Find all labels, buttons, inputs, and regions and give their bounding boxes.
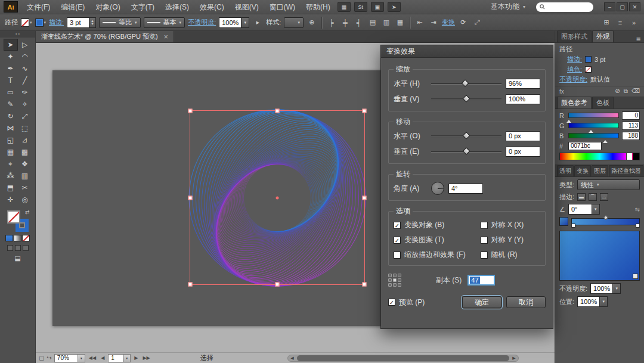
scroll-left-icon[interactable]: ◀	[288, 356, 296, 361]
align-center-icon[interactable]: ╪	[340, 17, 351, 28]
slice-tool[interactable]: ✂	[18, 182, 32, 194]
direct-selection-tool[interactable]: ▷	[18, 39, 32, 51]
angle-field[interactable]: 4°	[448, 184, 483, 194]
line-segment-tool[interactable]: ╱	[18, 75, 32, 86]
align-right-icon[interactable]: ╡	[354, 17, 364, 28]
selection-handle[interactable]	[275, 283, 280, 287]
tab-layers[interactable]: 图层	[592, 165, 608, 176]
red-value-field[interactable]: 0	[622, 111, 640, 120]
fill-none-swatch[interactable]	[585, 66, 592, 73]
width-profile-dropdown[interactable]: 等比	[99, 17, 141, 28]
close-button[interactable]: ✕	[629, 2, 640, 11]
artboard-caret-icon[interactable]	[123, 354, 131, 362]
selection-tool[interactable]: ➤	[4, 39, 18, 51]
rotate-icon[interactable]: ⟳	[458, 17, 469, 28]
reflect-y-checkbox[interactable]: 对称 Y (Y)	[481, 235, 540, 245]
hex-value-field[interactable]: 0071bc	[568, 142, 602, 150]
hand-tool[interactable]: ✛	[4, 194, 18, 206]
scale-strokes-effects-checkbox[interactable]: 缩放描边和效果 (F)	[394, 250, 481, 260]
gradient-slider[interactable]	[571, 218, 640, 225]
draw-inside-button[interactable]	[23, 245, 29, 251]
fill-attr-link[interactable]: 填色:	[567, 65, 582, 74]
stock-icon[interactable]: St	[354, 2, 367, 12]
gradient-location-dropdown[interactable]: 100%	[577, 296, 608, 307]
black-swatch[interactable]	[633, 153, 639, 160]
copies-field[interactable]: 47	[467, 275, 495, 286]
tools-panel-header[interactable]	[0, 31, 35, 38]
angle-dial[interactable]	[431, 182, 444, 195]
zoom-dropdown[interactable]: 70%	[54, 354, 85, 362]
stroke-attr-link[interactable]: 描边:	[567, 55, 582, 64]
tab-close-icon[interactable]: ×	[164, 33, 168, 41]
last-artboard-button[interactable]: ▶▶	[141, 355, 151, 361]
appearance-fill-row[interactable]: 填色:	[555, 64, 644, 75]
opacity-link[interactable]: 不透明度:	[188, 18, 216, 27]
checkbox-box[interactable]	[481, 222, 488, 229]
panel-menu-icon[interactable]: ≣	[633, 36, 644, 42]
gradient-stop-right[interactable]	[636, 224, 640, 228]
screen-mode-button[interactable]: ⬓	[14, 255, 20, 262]
color-spectrum-bar[interactable]	[559, 153, 640, 160]
draw-behind-button[interactable]	[15, 245, 21, 251]
color-mode-button[interactable]	[5, 235, 13, 241]
gradient-mode-button[interactable]	[14, 235, 21, 241]
angle-dropdown[interactable]: 0°	[568, 204, 600, 215]
selection-handle[interactable]	[188, 109, 193, 113]
rectangle-tool[interactable]: ▭	[4, 86, 18, 98]
selection-handle[interactable]	[363, 196, 367, 200]
move-horizontal-field[interactable]: 0 px	[506, 131, 540, 141]
type-tool[interactable]: T	[4, 75, 18, 86]
move-horizontal-slider[interactable]	[431, 132, 501, 140]
gradient-location-value[interactable]: 100%	[577, 296, 600, 307]
workspace-switcher[interactable]: 基本功能	[486, 2, 530, 12]
document-tab[interactable]: 渐变线条艺术* @ 70% (RGB/GPU 预览) ×	[36, 31, 174, 42]
settings-grid-icon[interactable]: ⊞	[601, 17, 612, 28]
artboard-number-dropdown[interactable]: 1	[108, 354, 131, 362]
draw-normal-button[interactable]	[7, 245, 13, 251]
appearance-stroke-row[interactable]: 描边: 3 pt	[555, 54, 644, 64]
stroke-color-swatch[interactable]	[585, 56, 592, 63]
share-icon[interactable]: ➤	[388, 2, 401, 12]
tab-transparency[interactable]: 透明	[557, 165, 574, 176]
selection-handle[interactable]	[188, 196, 193, 200]
red-slider[interactable]	[568, 113, 619, 118]
slider-thumb[interactable]	[463, 95, 470, 103]
search-box[interactable]	[536, 2, 593, 12]
zoom-value[interactable]: 70%	[54, 354, 78, 362]
green-value-field[interactable]: 113	[622, 122, 640, 130]
perspective-grid-tool[interactable]: ⊿	[18, 134, 32, 146]
pencil-tool[interactable]: ✎	[4, 98, 18, 110]
angle-value[interactable]: 0°	[568, 204, 592, 215]
blue-value-field[interactable]: 188	[622, 132, 640, 140]
transform-objects-checkbox[interactable]: ✓变换对象 (B)	[394, 220, 481, 230]
more-options-arrow-icon[interactable]: ▸	[252, 17, 263, 28]
distribute-right-icon[interactable]: ▦	[395, 17, 405, 28]
scrollbar-thumb[interactable]	[297, 355, 509, 361]
selection-handle[interactable]	[188, 283, 193, 287]
ok-button[interactable]: 确定	[462, 296, 501, 308]
navigator-icon[interactable]: ▢	[39, 355, 44, 361]
duplicate-item-icon[interactable]: ⧉	[624, 88, 628, 95]
checkbox-box[interactable]: ✓	[388, 299, 395, 306]
slider-thumb[interactable]	[463, 132, 470, 139]
checkbox-box[interactable]: ✓	[394, 222, 401, 229]
mesh-tool[interactable]: ▦	[4, 146, 18, 158]
dialog-title[interactable]: 变换效果	[381, 45, 553, 58]
appearance-opacity-row[interactable]: 不透明度: 默认值	[555, 75, 644, 85]
angle-caret-icon[interactable]	[592, 204, 600, 215]
tab-pathfinder[interactable]: 路径查找器	[609, 165, 643, 176]
menu-effect[interactable]: 效果(C)	[194, 0, 230, 14]
random-checkbox[interactable]: 随机 (R)	[481, 250, 540, 260]
align-left-icon[interactable]: ╞	[326, 17, 337, 28]
artboard-number[interactable]: 1	[108, 354, 123, 362]
none-mode-button[interactable]	[22, 235, 30, 241]
bridge-icon[interactable]: ▦	[338, 2, 351, 12]
selection-bounding-box[interactable]	[190, 110, 365, 285]
gradient-opacity-value[interactable]: 100%	[590, 283, 613, 294]
blue-slider-thumb[interactable]	[603, 138, 608, 143]
paintbrush-tool[interactable]: ✑	[18, 86, 32, 98]
selection-handle[interactable]	[363, 109, 367, 113]
tab-appearance[interactable]: 外观	[592, 30, 614, 42]
opacity-value[interactable]: 100%	[219, 17, 242, 28]
fill-proxy[interactable]	[7, 210, 20, 224]
